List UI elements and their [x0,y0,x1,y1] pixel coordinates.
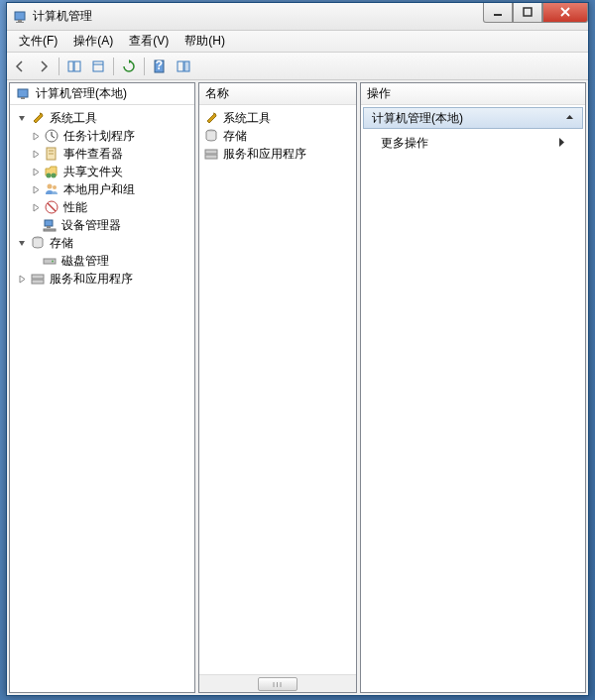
submenu-arrow-icon [558,137,565,151]
window-title: 计算机管理 [33,8,483,25]
wrench-icon [30,110,46,126]
toolbar: ? [7,53,588,80]
list: 系统工具 存储 服务和应用程序 [199,105,356,674]
svg-point-22 [53,185,57,189]
users-icon [44,181,60,197]
list-label: 服务和应用程序 [223,146,306,163]
svg-rect-30 [32,275,44,279]
tree-item-event-viewer[interactable]: 事件查看器 [12,145,192,163]
forward-button[interactable] [33,56,55,77]
device-manager-icon [42,217,58,233]
action-label: 更多操作 [381,135,428,152]
tree-item-device-manager[interactable]: 设备管理器 [12,216,192,234]
tree-label: 任务计划程序 [63,128,135,145]
list-item[interactable]: 系统工具 [201,109,354,127]
svg-rect-12 [184,61,189,71]
expand-icon[interactable] [30,201,42,213]
properties-button[interactable] [87,56,109,77]
disk-icon [42,253,58,269]
list-pane: 名称 系统工具 存储 服务和应用程序 ııı [198,82,357,693]
list-label: 存储 [223,128,247,145]
actions-section-header[interactable]: 计算机管理(本地) [363,107,583,129]
close-button[interactable] [542,3,588,23]
svg-rect-14 [21,97,25,99]
tree-label: 共享文件夹 [63,164,123,180]
services-icon [203,146,219,162]
svg-rect-4 [524,8,532,16]
menu-file[interactable]: 文件(F) [11,31,65,52]
collapse-icon[interactable] [16,237,28,249]
svg-rect-24 [45,220,53,226]
tree-label: 服务和应用程序 [50,271,133,288]
svg-rect-13 [18,89,28,97]
svg-point-20 [52,174,57,178]
svg-rect-28 [44,259,56,264]
expand-icon[interactable] [30,148,42,160]
svg-rect-2 [16,22,24,23]
shared-folder-icon [44,164,60,179]
tree-item-task-scheduler[interactable]: 任务计划程序 [12,127,192,145]
list-item[interactable]: 存储 [201,127,354,145]
actions-pane: 操作 计算机管理(本地) 更多操作 [360,82,586,693]
horizontal-scrollbar[interactable]: ııı [199,674,356,692]
event-log-icon [44,146,60,162]
collapse-icon[interactable] [16,112,28,124]
clock-icon [44,128,60,144]
tree-root-header[interactable]: 计算机管理(本地) [10,83,194,105]
svg-text:?: ? [156,58,163,72]
storage-icon [30,235,46,251]
expand-icon[interactable] [30,183,42,195]
menu-view[interactable]: 查看(V) [121,31,177,52]
tree-item-disk-management[interactable]: 磁盘管理 [12,252,192,270]
svg-point-29 [52,261,54,263]
toolbar-separator [144,58,145,75]
menubar: 文件(F) 操作(A) 查看(V) 帮助(H) [7,31,588,53]
help-button[interactable]: ? [149,56,171,77]
list-item[interactable]: 服务和应用程序 [201,145,354,163]
tree-item-storage[interactable]: 存储 [12,234,192,252]
titlebar[interactable]: 计算机管理 [7,3,588,31]
tree-label: 性能 [63,199,87,216]
menu-help[interactable]: 帮助(H) [177,31,233,52]
list-header-name[interactable]: 名称 [199,83,356,105]
svg-rect-34 [205,155,217,159]
tree-item-system-tools[interactable]: 系统工具 [12,109,192,127]
expand-icon[interactable] [30,130,42,142]
tree-label: 事件查看器 [63,146,123,163]
svg-rect-0 [15,12,25,20]
tree-root-label: 计算机管理(本地) [36,85,127,102]
tree-pane: 计算机管理(本地) 系统工具 任务计划程序 [9,82,195,693]
show-action-pane-button[interactable] [173,56,194,77]
expand-icon[interactable] [30,166,42,177]
action-more[interactable]: 更多操作 [361,131,585,156]
maximize-button[interactable] [513,3,542,23]
tree-label: 设备管理器 [61,217,121,234]
svg-rect-31 [32,280,44,284]
content-area: 计算机管理(本地) 系统工具 任务计划程序 [7,80,588,695]
minimize-button[interactable] [483,3,513,23]
svg-rect-1 [18,20,22,22]
performance-icon [44,199,60,215]
back-button[interactable] [9,56,31,77]
svg-rect-6 [74,61,80,71]
services-icon [30,271,46,287]
storage-icon [203,128,219,144]
tree-item-services-apps[interactable]: 服务和应用程序 [12,270,192,288]
actions-header: 操作 [361,83,585,105]
svg-point-19 [47,174,52,178]
svg-rect-26 [44,229,56,231]
main-window: 计算机管理 文件(F) 操作(A) 查看(V) 帮助(H) ? 计算机管理(本地… [6,2,589,696]
tree-item-local-users[interactable]: 本地用户和组 [12,180,192,198]
toolbar-separator [113,58,114,75]
scroll-thumb[interactable]: ııı [258,677,298,691]
window-controls [483,11,588,23]
expand-icon[interactable] [16,273,28,285]
tree-item-performance[interactable]: 性能 [12,198,192,216]
tree-label: 存储 [50,235,73,252]
show-hide-tree-button[interactable] [63,56,85,77]
toolbar-separator [59,58,60,75]
tree-item-shared-folders[interactable]: 共享文件夹 [12,163,192,180]
menu-action[interactable]: 操作(A) [65,31,121,52]
refresh-button[interactable] [118,56,140,77]
tree-label: 磁盘管理 [61,253,109,270]
